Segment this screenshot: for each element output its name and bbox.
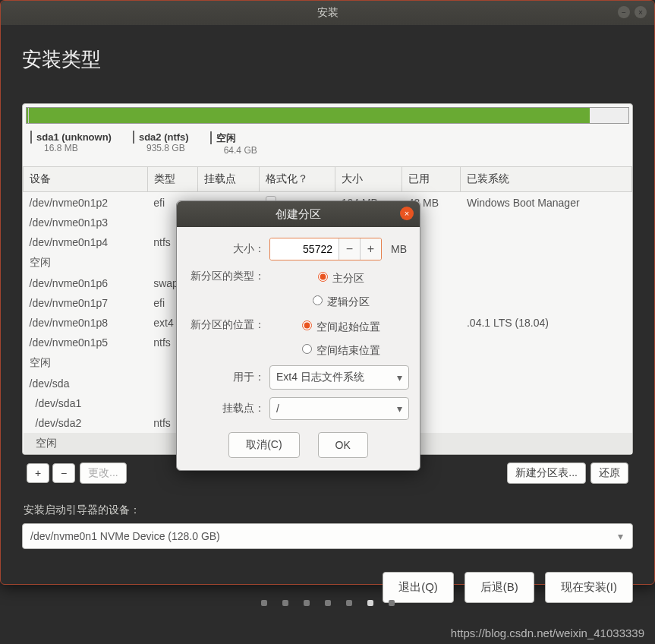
remove-partition-button[interactable]: − xyxy=(52,463,75,483)
dialog-title: 创建分区 xyxy=(276,207,321,222)
window-controls: − × xyxy=(618,6,647,18)
col-size[interactable]: 大小 xyxy=(335,167,402,192)
increase-icon[interactable]: + xyxy=(360,238,381,260)
size-unit: MB xyxy=(391,243,407,255)
install-now-button[interactable]: 现在安装(I) xyxy=(545,572,633,603)
col-system[interactable]: 已装系统 xyxy=(461,167,632,192)
create-partition-dialog: 创建分区 × 大小： − + MB 新分区的类型： 主分区 逻辑分区 新分区的位… xyxy=(176,200,420,471)
step-dot xyxy=(389,600,395,606)
legend-sda2: sda2 (ntfs) 935.8 GB xyxy=(133,131,189,156)
minimize-icon[interactable]: − xyxy=(618,6,630,18)
step-indicator xyxy=(0,600,655,606)
mount-point-select[interactable]: / xyxy=(269,397,409,420)
col-type[interactable]: 类型 xyxy=(147,167,198,192)
size-label: 大小： xyxy=(187,242,269,256)
radio-primary[interactable]: 主分区 xyxy=(314,270,364,286)
window-title: 安装 xyxy=(317,6,339,20)
back-button[interactable]: 后退(B) xyxy=(464,572,534,603)
col-used[interactable]: 已用 xyxy=(402,167,461,192)
radio-pos-begin[interactable]: 空间起始位置 xyxy=(298,318,380,334)
legend-sda1: sda1 (unknown) 16.8 MB xyxy=(30,131,112,156)
col-mount[interactable]: 挂载点 xyxy=(198,167,260,192)
dialog-body: 大小： − + MB 新分区的类型： 主分区 逻辑分区 新分区的位置： 空间起始… xyxy=(177,227,420,470)
new-partition-table-button[interactable]: 新建分区表... xyxy=(507,462,586,484)
change-button[interactable]: 更改... xyxy=(80,462,127,484)
decrease-icon[interactable]: − xyxy=(339,238,360,260)
step-dot xyxy=(261,600,267,606)
bar-segment-sda2 xyxy=(29,108,590,123)
size-input[interactable] xyxy=(270,238,339,260)
partition-usage-bar xyxy=(26,107,629,124)
dialog-cancel-button[interactable]: 取消(C) xyxy=(228,432,299,458)
swatch-icon xyxy=(30,131,32,144)
watermark: https://blog.csdn.net/weixin_41033339 xyxy=(451,627,644,639)
bar-segment-free xyxy=(590,108,628,123)
boot-device-select[interactable]: /dev/nvme0n1 NVMe Device (128.0 GB) xyxy=(22,523,633,549)
window-titlebar: 安装 − × xyxy=(1,1,654,25)
dialog-close-icon[interactable]: × xyxy=(400,207,414,220)
size-spinner: − + xyxy=(269,238,382,260)
boot-device-label: 安装启动引导器的设备： xyxy=(24,504,633,517)
col-device[interactable]: 设备 xyxy=(24,167,148,192)
type-label: 新分区的类型： xyxy=(187,268,269,283)
use-label: 用于： xyxy=(187,371,269,384)
step-dot-active xyxy=(367,600,373,606)
col-format[interactable]: 格式化？ xyxy=(260,167,335,192)
dialog-ok-button[interactable]: OK xyxy=(318,432,368,458)
revert-button[interactable]: 还原 xyxy=(590,462,628,484)
radio-logical[interactable]: 逻辑分区 xyxy=(309,293,370,309)
page-title: 安装类型 xyxy=(22,46,633,73)
add-partition-button[interactable]: + xyxy=(27,463,49,483)
quit-button[interactable]: 退出(Q) xyxy=(383,572,454,603)
swatch-icon xyxy=(210,131,212,144)
legend-free: 空闲 64.4 GB xyxy=(210,131,257,156)
dialog-titlebar: 创建分区 × xyxy=(177,201,420,227)
filesystem-select[interactable]: Ext4 日志文件系统 xyxy=(269,365,409,390)
step-dot xyxy=(346,600,352,606)
step-dot xyxy=(304,600,310,606)
radio-pos-end[interactable]: 空间结束位置 xyxy=(298,342,380,358)
footer-buttons: 退出(Q) 后退(B) 现在安装(I) xyxy=(22,572,633,603)
partition-legend: sda1 (unknown) 16.8 MB sda2 (ntfs) 935.8… xyxy=(23,127,632,166)
step-dot xyxy=(325,600,331,606)
pos-label: 新分区的位置： xyxy=(187,317,269,332)
step-dot xyxy=(282,600,288,606)
close-icon[interactable]: × xyxy=(635,6,647,18)
swatch-icon xyxy=(133,131,134,144)
table-header-row: 设备 类型 挂载点 格式化？ 大小 已用 已装系统 xyxy=(24,167,632,192)
mount-label: 挂载点： xyxy=(187,402,269,415)
